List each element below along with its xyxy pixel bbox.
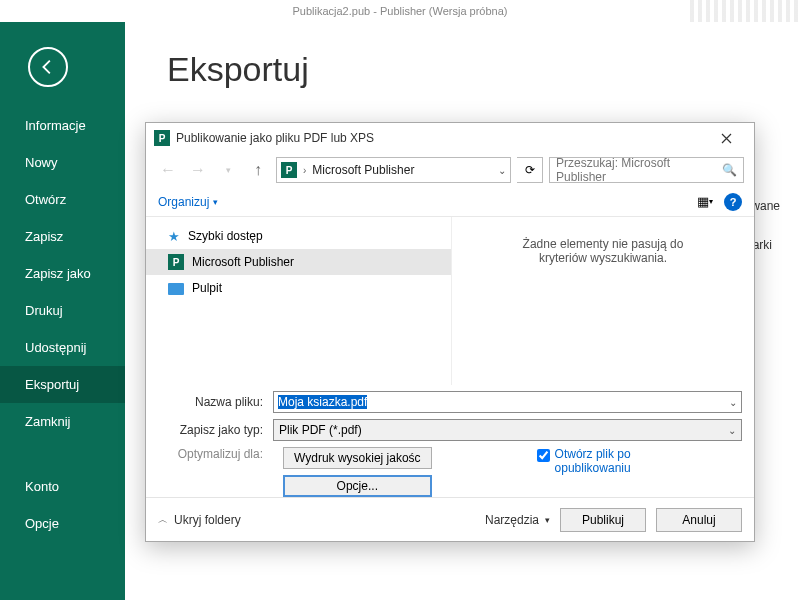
desktop-icon	[168, 283, 184, 295]
sidebar: Informacje Nowy Otwórz Zapisz Zapisz jak…	[0, 22, 125, 600]
search-icon: 🔍	[722, 163, 737, 177]
nav-publisher-label: Microsoft Publisher	[192, 255, 294, 269]
view-buttons-group: ▦▾ ?	[694, 191, 742, 213]
dialog-title-bar: P Publikowanie jako pliku PDF lub XPS	[146, 123, 754, 153]
nav-recent-button[interactable]: ▾	[216, 158, 240, 182]
breadcrumb-text[interactable]: Microsoft Publisher	[312, 163, 414, 177]
filename-row: Nazwa pliku: Moja ksiazka.pdf ⌄	[158, 391, 742, 413]
close-button[interactable]	[706, 126, 746, 150]
open-after-checkbox[interactable]	[537, 449, 550, 462]
organize-label: Organizuj	[158, 195, 209, 209]
view-icon: ▦	[697, 194, 709, 209]
open-after-label[interactable]: Otwórz plik po opublikowaniu	[555, 447, 665, 475]
refresh-icon: ⟳	[525, 163, 535, 177]
sidebar-item-eksportuj[interactable]: Eksportuj	[0, 366, 125, 403]
nav-desktop[interactable]: Pulpit	[146, 275, 451, 301]
sidebar-item-nowy[interactable]: Nowy	[0, 144, 125, 181]
filename-input[interactable]: Moja ksiazka.pdf ⌄	[273, 391, 742, 413]
sidebar-item-informacje[interactable]: Informacje	[0, 107, 125, 144]
hide-folders-label: Ukryj foldery	[174, 513, 241, 527]
sidebar-item-konto[interactable]: Konto	[0, 468, 125, 505]
title-bar: Publikacja2.pub - Publisher (Wersja prób…	[0, 0, 800, 22]
options-button[interactable]: Opcje...	[283, 475, 432, 497]
dropdown-chevron-icon[interactable]: ⌄	[728, 425, 736, 436]
chevron-up-icon: ︿	[158, 513, 168, 527]
nav-forward-button[interactable]: →	[186, 158, 210, 182]
help-button[interactable]: ?	[724, 193, 742, 211]
optimize-quality-button[interactable]: Wydruk wysokiej jakośc	[283, 447, 432, 469]
sidebar-separator	[0, 440, 125, 468]
close-icon	[721, 133, 732, 144]
filename-label: Nazwa pliku:	[158, 395, 273, 409]
address-box[interactable]: P › Microsoft Publisher ⌄	[276, 157, 511, 183]
search-box[interactable]: Przeszukaj: Microsoft Publisher 🔍	[549, 157, 744, 183]
publisher-folder-icon: P	[168, 254, 184, 270]
chevron-right-icon: ›	[303, 165, 306, 176]
dialog-title-text: Publikowanie jako pliku PDF lub XPS	[176, 131, 374, 145]
dialog-body: ★ Szybki dostęp P Microsoft Publisher Pu…	[146, 217, 754, 385]
chevron-down-icon: ▾	[226, 165, 231, 175]
sidebar-item-zapisz-jako[interactable]: Zapisz jako	[0, 255, 125, 292]
optimize-label: Optymalizuj dla:	[158, 447, 273, 461]
publisher-folder-icon: P	[281, 162, 297, 178]
filetype-value: Plik PDF (*.pdf)	[279, 423, 362, 437]
chevron-down-icon: ▾	[709, 197, 713, 206]
toolbar-row: Organizuj ▾ ▦▾ ?	[146, 187, 754, 217]
star-icon: ★	[168, 229, 180, 244]
nav-quick-label: Szybki dostęp	[188, 229, 263, 243]
chevron-down-icon: ▾	[213, 197, 218, 207]
sidebar-item-opcje[interactable]: Opcje	[0, 505, 125, 542]
chevron-down-icon: ▾	[545, 515, 550, 525]
filetype-select[interactable]: Plik PDF (*.pdf) ⌄	[273, 419, 742, 441]
sidebar-item-otworz[interactable]: Otwórz	[0, 181, 125, 218]
empty-message: Żadne elementy nie pasują do kryteriów w…	[498, 237, 708, 265]
content-pane: Żadne elementy nie pasują do kryteriów w…	[451, 217, 754, 385]
page-title: Eksportuj	[167, 50, 780, 89]
back-arrow-icon	[37, 56, 59, 78]
filetype-row: Zapisz jako typ: Plik PDF (*.pdf) ⌄	[158, 419, 742, 441]
organize-button[interactable]: Organizuj ▾	[158, 195, 218, 209]
publisher-app-icon: P	[154, 130, 170, 146]
view-mode-button[interactable]: ▦▾	[694, 191, 716, 213]
search-placeholder: Przeszukaj: Microsoft Publisher	[556, 156, 722, 184]
address-bar-row: ← → ▾ ↑ P › Microsoft Publisher ⌄ ⟳ Prze…	[146, 153, 754, 187]
nav-desktop-label: Pulpit	[192, 281, 222, 295]
back-button[interactable]	[28, 47, 68, 87]
sidebar-item-zapisz[interactable]: Zapisz	[0, 218, 125, 255]
hide-folders-button[interactable]: ︿ Ukryj foldery	[158, 513, 241, 527]
help-icon: ?	[730, 196, 737, 208]
publish-button[interactable]: Publikuj	[560, 508, 646, 532]
open-after-publish-group: Otwórz plik po opublikowaniu	[537, 447, 665, 475]
footer-right-group: Narzędzia ▾ Publikuj Anuluj	[485, 508, 742, 532]
dialog-footer: ︿ Ukryj foldery Narzędzia ▾ Publikuj Anu…	[146, 497, 754, 541]
sidebar-item-udostepnij[interactable]: Udostępnij	[0, 329, 125, 366]
tools-button[interactable]: Narzędzia ▾	[485, 513, 550, 527]
optimize-row: Optymalizuj dla: Wydruk wysokiej jakośc …	[158, 447, 742, 497]
sidebar-item-drukuj[interactable]: Drukuj	[0, 292, 125, 329]
dropdown-chevron-icon[interactable]: ⌄	[729, 397, 737, 408]
save-dialog: P Publikowanie jako pliku PDF lub XPS ← …	[145, 122, 755, 542]
filetype-label: Zapisz jako typ:	[158, 423, 273, 437]
tools-label: Narzędzia	[485, 513, 539, 527]
cancel-button[interactable]: Anuluj	[656, 508, 742, 532]
filename-value: Moja ksiazka.pdf	[278, 395, 367, 409]
refresh-button[interactable]: ⟳	[517, 157, 543, 183]
nav-back-button[interactable]: ←	[156, 158, 180, 182]
nav-publisher-folder[interactable]: P Microsoft Publisher	[146, 249, 451, 275]
form-area: Nazwa pliku: Moja ksiazka.pdf ⌄ Zapisz j…	[146, 385, 754, 497]
nav-quick-access[interactable]: ★ Szybki dostęp	[146, 223, 451, 249]
address-chevron-icon[interactable]: ⌄	[498, 165, 506, 176]
title-text: Publikacja2.pub - Publisher (Wersja prób…	[292, 5, 507, 17]
nav-pane: ★ Szybki dostęp P Microsoft Publisher Pu…	[146, 217, 451, 385]
nav-up-button[interactable]: ↑	[246, 158, 270, 182]
sidebar-item-zamknij[interactable]: Zamknij	[0, 403, 125, 440]
